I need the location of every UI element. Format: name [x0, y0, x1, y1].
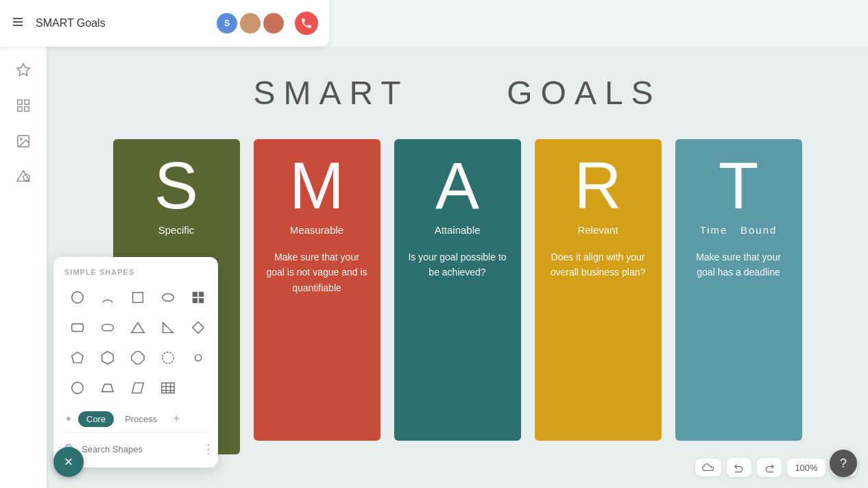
search-shapes-input[interactable]	[82, 444, 197, 454]
shape-tabs: ✦ Core Process +	[64, 411, 207, 433]
svg-rect-5	[25, 100, 29, 104]
card-r-desc: Does it align with your overall business…	[546, 249, 651, 280]
svg-rect-31	[162, 383, 174, 393]
card-r-subtitle: Relevant	[577, 224, 618, 236]
svg-rect-17	[199, 298, 204, 303]
shape-square[interactable]	[125, 284, 151, 310]
svg-marker-29	[102, 385, 114, 392]
shape-parallelogram[interactable]	[125, 375, 151, 401]
svg-rect-16	[193, 298, 197, 303]
svg-point-13	[162, 294, 174, 302]
topbar: SMART Goals S	[0, 0, 329, 47]
shape-grid-filled[interactable]	[185, 284, 211, 310]
call-button[interactable]	[295, 12, 318, 35]
card-m-desc: Make sure that your goal is not vague an…	[265, 249, 370, 295]
sidebar-image-icon[interactable]	[8, 126, 38, 156]
shape-circle[interactable]	[64, 284, 91, 310]
shape-pentagon[interactable]	[64, 345, 91, 371]
undo-button[interactable]	[727, 458, 751, 477]
shape-ellipse[interactable]	[155, 284, 181, 310]
svg-rect-15	[199, 292, 204, 297]
more-options-icon[interactable]: ⋮	[202, 441, 215, 456]
card-a-subtitle: Attainable	[435, 224, 481, 236]
shape-diamond[interactable]	[185, 315, 211, 341]
svg-marker-24	[102, 352, 114, 364]
avatar-b	[240, 13, 261, 34]
svg-rect-6	[18, 107, 22, 111]
shape-right-triangle[interactable]	[155, 315, 181, 341]
svg-point-11	[72, 292, 84, 304]
svg-rect-18	[72, 324, 84, 332]
shapes-search: 🔍 ⋮	[64, 441, 207, 456]
smart-word: SMART	[253, 75, 409, 111]
svg-marker-25	[132, 352, 144, 364]
collaborators: S	[217, 13, 284, 34]
help-button[interactable]: ?	[830, 450, 857, 477]
shape-circle-sm[interactable]	[185, 345, 211, 371]
shape-arc[interactable]	[95, 284, 121, 310]
card-a[interactable]: A Attainable Is your goal possible to be…	[394, 139, 521, 441]
menu-button[interactable]	[11, 15, 25, 32]
card-t-letter: T	[719, 153, 759, 219]
svg-marker-3	[17, 64, 29, 75]
shape-triangle[interactable]	[125, 315, 151, 341]
svg-marker-22	[193, 322, 204, 334]
svg-marker-23	[72, 352, 84, 363]
shape-rect-sm-rounded[interactable]	[95, 315, 121, 341]
card-s-subtitle: Specific	[158, 224, 195, 236]
svg-marker-30	[132, 383, 144, 393]
card-r-letter: R	[574, 153, 621, 219]
svg-marker-20	[132, 323, 144, 333]
fab-button[interactable]: ×	[53, 447, 84, 477]
shape-circle-alt[interactable]	[64, 375, 91, 401]
avatar-r	[263, 13, 284, 34]
card-a-desc: Is your goal possible to be achieved?	[405, 249, 510, 280]
card-s-letter: S	[154, 153, 198, 219]
card-t-subtitle: Time Bound	[700, 224, 777, 236]
shape-hexagon[interactable]	[95, 345, 121, 371]
tab-process[interactable]: Process	[117, 411, 165, 427]
goals-word: GOALS	[507, 75, 661, 111]
tab-core[interactable]: Core	[78, 411, 114, 427]
card-t-desc: Make sure that your goal has a deadline	[686, 249, 791, 280]
left-sidebar	[0, 0, 47, 488]
sidebar-grid-icon[interactable]	[8, 90, 38, 121]
shape-table[interactable]	[155, 375, 181, 401]
smart-goals-title: SMART GOALS	[248, 74, 666, 112]
shapes-tab-icon: ✦	[64, 413, 73, 424]
svg-marker-21	[163, 323, 173, 333]
avatar-s: S	[217, 13, 237, 34]
svg-point-9	[20, 138, 22, 140]
sidebar-star-icon[interactable]	[8, 55, 38, 85]
svg-point-27	[195, 354, 201, 361]
svg-rect-4	[18, 100, 22, 104]
svg-point-26	[162, 352, 174, 364]
shapes-section-title: SIMPLE SHAPES	[64, 268, 207, 276]
card-a-letter: A	[435, 153, 479, 219]
svg-point-28	[72, 382, 84, 394]
card-m-letter: M	[289, 153, 344, 219]
shapes-grid	[64, 284, 207, 401]
redo-button[interactable]	[757, 458, 782, 477]
svg-rect-14	[193, 292, 197, 297]
sidebar-shapes-icon[interactable]	[8, 162, 38, 192]
cloud-button[interactable]	[695, 459, 721, 476]
shape-rect-rounded[interactable]	[64, 315, 91, 341]
svg-rect-7	[25, 107, 29, 111]
card-t[interactable]: T Time Bound Make sure that your goal ha…	[675, 139, 802, 441]
zoom-level[interactable]: 100%	[787, 459, 825, 477]
shape-circle-outline-dashed[interactable]	[155, 345, 181, 371]
document-title: SMART Goals	[36, 17, 206, 29]
svg-rect-19	[102, 324, 114, 330]
card-m[interactable]: M Measurable Make sure that your goal is…	[254, 139, 381, 441]
card-r[interactable]: R Relevant Does it align with your overa…	[535, 139, 662, 441]
shapes-panel: SIMPLE SHAPES	[53, 257, 218, 467]
card-m-subtitle: Measurable	[290, 224, 343, 236]
svg-rect-12	[133, 293, 143, 303]
shape-trapezoid[interactable]	[95, 375, 121, 401]
tab-add-button[interactable]: +	[168, 411, 184, 427]
shape-octagon[interactable]	[125, 345, 151, 371]
